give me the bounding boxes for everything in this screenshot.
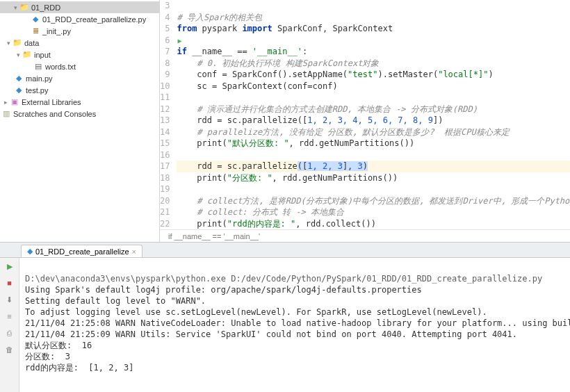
python-icon: ◆	[27, 247, 33, 256]
python-icon: ◆	[14, 74, 24, 83]
console-line: D:\dev\anaconda3\envs\pyspark\python.exe…	[25, 274, 542, 284]
run-tool-window: ◆ 01_RDD_create_parallelize × ▶ ■ ⬇ ≡ ⎙ …	[0, 243, 570, 392]
tree-label: data	[24, 39, 39, 47]
breadcrumb[interactable]: if __name__ == '__main__'	[160, 229, 570, 242]
chevron-down-icon: ▾	[14, 51, 22, 58]
stop-button[interactable]: ■	[4, 277, 15, 288]
scroll-button[interactable]: ≡	[4, 311, 15, 322]
tree-folder-input[interactable]: ▾ 📁 input	[0, 49, 159, 60]
tree-file-words[interactable]: ▤ words.txt	[0, 60, 159, 72]
console-line: 21/11/04 21:25:08 WARN NativeCodeLoader:…	[25, 318, 570, 328]
chevron-right-icon: ▸	[1, 99, 10, 106]
run-tab[interactable]: ◆ 01_RDD_create_parallelize ×	[21, 245, 142, 257]
tree-label: 01_RDD	[31, 3, 60, 12]
run-tab-label: 01_RDD_create_parallelize	[35, 247, 129, 256]
tree-file-rdd-py[interactable]: ◆ 01_RDD_create_parallelize.py	[0, 13, 159, 25]
tree-file-test[interactable]: ◆ test.py	[0, 84, 159, 96]
python-icon: ◆	[31, 15, 40, 24]
chevron-down-icon: ▾	[4, 40, 13, 47]
console-line: rdd的内容是: [1, 2, 3]	[25, 363, 133, 373]
tree-label: _init_.py	[42, 27, 71, 35]
python-icon: ◆	[14, 85, 24, 95]
scratch-icon: ▥	[1, 109, 11, 119]
folder-icon: 📁	[19, 3, 29, 13]
console-line: Using Spark's default log4j profile: org…	[25, 285, 422, 295]
tree-scratches[interactable]: ▥ Scratches and Consoles	[0, 108, 159, 120]
line-gutter: 345 678 91011 121314 151617 181920 2122	[160, 0, 175, 229]
chevron-down-icon: ▾	[11, 4, 19, 11]
rerun-button[interactable]: ▶	[4, 261, 15, 272]
run-tab-bar: ◆ 01_RDD_create_parallelize ×	[0, 243, 570, 258]
tree-label: External Libraries	[22, 98, 81, 106]
run-toolbar: ▶ ■ ⬇ ≡ ⎙ 🗑	[0, 258, 19, 392]
console-line: 分区数: 3	[25, 352, 70, 361]
project-tree[interactable]: ▾ 📁 01_RDD ◆ 01_RDD_create_parallelize.p…	[0, 0, 160, 242]
tree-label: test.py	[26, 86, 48, 95]
tree-file-init[interactable]: ≣ _init_.py	[0, 25, 159, 37]
down-button[interactable]: ⬇	[4, 294, 15, 305]
console-line: Setting default log level to "WARN".	[25, 296, 206, 306]
run-gutter-icon[interactable]: ▶	[177, 35, 181, 47]
tree-folder-rdd[interactable]: ▾ 📁 01_RDD	[0, 1, 159, 13]
trash-button[interactable]: 🗑	[4, 344, 15, 355]
console-line: To adjust logging level use sc.setLogLev…	[25, 307, 487, 317]
console-line: 21/11/04 21:25:09 WARN Utils: Service 'S…	[25, 329, 517, 339]
python-init-icon: ≣	[31, 26, 40, 36]
tree-label: main.py	[26, 74, 53, 83]
tree-external-libs[interactable]: ▸ ▣ External Libraries	[0, 96, 159, 108]
tree-label: Scratches and Consoles	[13, 110, 96, 118]
console-output[interactable]: D:\dev\anaconda3\envs\pyspark\python.exe…	[19, 258, 570, 392]
tree-label: 01_RDD_create_parallelize.py	[42, 15, 146, 24]
library-icon: ▣	[10, 97, 19, 107]
code-content[interactable]: # 导入Spark的相关包 from pyspark import SparkC…	[175, 0, 570, 229]
print-button[interactable]: ⎙	[4, 327, 15, 338]
close-icon[interactable]: ×	[132, 247, 136, 256]
folder-icon: 📁	[13, 38, 22, 48]
tree-label: words.txt	[45, 63, 76, 71]
tree-file-main[interactable]: ◆ main.py	[0, 72, 159, 84]
tree-folder-data[interactable]: ▾ 📁 data	[0, 37, 159, 49]
text-file-icon: ▤	[33, 62, 43, 72]
code-editor[interactable]: 345 678 91011 121314 151617 181920 2122 …	[160, 0, 570, 242]
folder-icon: 📁	[22, 50, 32, 60]
console-line: 默认分区数: 16	[25, 341, 92, 350]
tree-label: input	[34, 51, 51, 59]
